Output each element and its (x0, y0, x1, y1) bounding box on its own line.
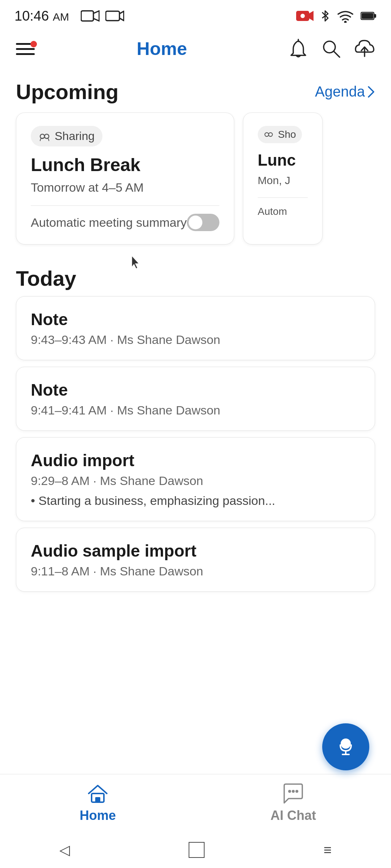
upload-icon[interactable] (354, 39, 375, 59)
upcoming-card-1[interactable]: Sharing Lunch Break Tomorrow at 4–5 AM A… (16, 112, 234, 244)
today-item-note-1[interactable]: Note 9:43–9:43 AM · Ms Shane Dawson (16, 296, 375, 360)
system-nav: ◁ ≡ (0, 832, 391, 868)
today-item-3-meta: 9:29–8 AM · Ms Shane Dawson (31, 474, 360, 488)
video-call-icon (81, 9, 100, 22)
home-nav-label: Home (80, 808, 116, 823)
today-item-4-title: Audio sample import (31, 541, 360, 561)
recents-button[interactable]: ≡ (324, 842, 332, 858)
today-title: Today (16, 266, 76, 290)
today-item-4-meta: 9:11–8 AM · Ms Shane Dawson (31, 564, 360, 578)
upcoming-card-1-title: Lunch Break (31, 154, 219, 175)
svg-rect-21 (95, 797, 100, 802)
home-icon (87, 783, 109, 804)
bottom-nav-home[interactable]: Home (0, 783, 196, 823)
upcoming-card-2-subtitle: Mon, J (258, 174, 308, 187)
svg-rect-1 (106, 11, 119, 21)
upcoming-cards-scroll: Sharing Lunch Break Tomorrow at 4–5 AM A… (0, 112, 391, 255)
upcoming-section: Upcoming Agenda Sharing (0, 72, 391, 255)
bottom-nav-ai-chat[interactable]: AI Chat (196, 783, 391, 823)
today-item-2-meta: 9:41–9:41 AM · Ms Shane Dawson (31, 403, 360, 417)
agenda-link[interactable]: Agenda (315, 84, 375, 100)
ai-chat-nav-label: AI Chat (270, 808, 316, 823)
status-time: 10:46 AM (14, 8, 69, 24)
sharing-badge: Sharing (31, 126, 102, 146)
today-item-1-meta: 9:43–9:43 AM · Ms Shane Dawson (31, 333, 360, 347)
record-icon (296, 9, 314, 22)
page-title: Home (137, 38, 187, 59)
svg-point-14 (265, 133, 268, 136)
camera-icon (105, 9, 124, 22)
today-item-1-title: Note (31, 310, 360, 329)
wifi-icon (337, 9, 354, 23)
svg-rect-7 (362, 13, 373, 19)
upcoming-title: Upcoming (16, 80, 119, 104)
svg-point-15 (269, 133, 272, 136)
home-button[interactable] (189, 842, 205, 858)
upcoming-section-header: Upcoming Agenda (0, 72, 391, 112)
top-nav: Home (0, 29, 391, 69)
status-bar: 10:46 AM (0, 0, 391, 29)
nav-action-icons (289, 39, 375, 59)
bottom-nav: Home AI Chat (0, 774, 391, 832)
svg-rect-0 (81, 11, 93, 21)
menu-notification-dot (30, 41, 37, 47)
bluetooth-icon (320, 8, 330, 24)
search-icon[interactable] (321, 39, 340, 59)
today-section: Today Note 9:43–9:43 AM · Ms Shane Dawso… (0, 255, 391, 592)
today-item-2-title: Note (31, 380, 360, 400)
upcoming-card-1-subtitle: Tomorrow at 4–5 AM (31, 180, 219, 195)
svg-point-3 (300, 14, 305, 18)
svg-point-24 (295, 790, 298, 793)
upcoming-card-2-partial[interactable]: Sho Lunc Mon, J Autom (243, 112, 323, 244)
upcoming-card-2-title: Lunc (258, 151, 308, 169)
auto-summary-toggle[interactable] (187, 214, 219, 231)
fab-record-button[interactable] (322, 723, 369, 770)
today-item-note-2[interactable]: Note 9:41–9:41 AM · Ms Shane Dawson (16, 367, 375, 431)
svg-rect-17 (342, 739, 349, 749)
ai-chat-icon (282, 783, 304, 804)
svg-line-10 (334, 51, 340, 57)
svg-point-23 (292, 790, 295, 793)
today-item-audio-import[interactable]: Audio import 9:29–8 AM · Ms Shane Dawson… (16, 437, 375, 521)
today-item-3-bullet: • Starting a business, emphasizing passi… (31, 494, 360, 508)
today-section-header: Today (0, 259, 391, 296)
svg-point-4 (344, 21, 347, 23)
today-item-audio-sample[interactable]: Audio sample import 9:11–8 AM · Ms Shane… (16, 528, 375, 592)
status-right-icons (296, 8, 377, 24)
upcoming-card-1-toggle-row: Automatic meeting summary (31, 214, 219, 231)
battery-icon (361, 11, 377, 21)
sharing-badge-2: Sho (258, 126, 302, 143)
upcoming-card-2-toggle: Autom (258, 206, 308, 217)
today-items-list: Note 9:43–9:43 AM · Ms Shane Dawson Note… (0, 296, 391, 592)
main-content: Upcoming Agenda Sharing (0, 69, 391, 774)
back-button[interactable]: ◁ (59, 842, 70, 858)
menu-button[interactable] (16, 43, 35, 55)
today-item-3-title: Audio import (31, 451, 360, 470)
svg-point-22 (288, 790, 291, 793)
svg-rect-6 (374, 14, 376, 18)
notification-icon[interactable] (289, 39, 308, 59)
